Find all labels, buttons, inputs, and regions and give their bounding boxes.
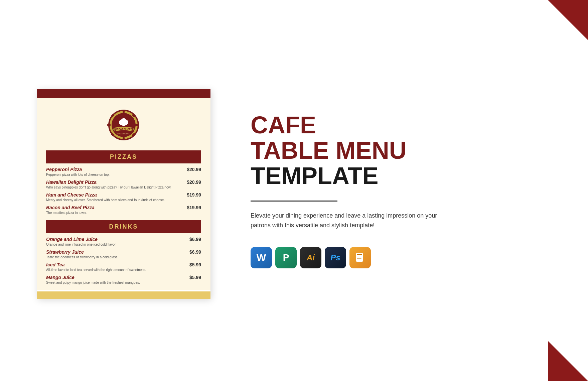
item-info: Iced Tea All-time favorite iced tea serv… <box>46 262 189 272</box>
item-price: $6.99 <box>189 249 201 255</box>
item-desc: Who says pineapples don't go along with … <box>46 185 181 189</box>
list-item: Iced Tea All-time favorite iced tea serv… <box>46 262 201 272</box>
item-info: Orange and Lime Juice Orange and lime in… <box>46 237 189 247</box>
corner-decoration-bottom <box>548 341 588 381</box>
app-icons-row: W P Ai Ps <box>251 247 555 268</box>
title-line2: TABLE MENU <box>251 138 555 163</box>
item-name: Hawaiian Delight Pizza <box>46 179 181 185</box>
item-desc: Sweet and pulpy mango juice made with th… <box>46 280 184 285</box>
list-item: Ham and Cheese Pizza Meaty and cheesy al… <box>46 192 201 202</box>
restaurant-logo: GREAT SLICES PIZZA HOUSE <box>105 108 142 144</box>
svg-rect-19 <box>357 254 362 255</box>
illustrator-letter: Ai <box>307 253 315 262</box>
pages-svg-icon <box>354 252 366 264</box>
menu-card: GREAT SLICES PIZZA HOUSE PIZZAS Pepperon… <box>37 89 210 299</box>
item-price: $19.99 <box>187 205 201 210</box>
item-price: $20.99 <box>187 179 201 185</box>
svg-rect-22 <box>357 258 361 259</box>
section-header-pizzas: PIZZAS <box>46 150 201 163</box>
item-name: Ham and Cheese Pizza <box>46 192 181 198</box>
item-info: Pepperoni Pizza Pepperoni pizza with lot… <box>46 167 187 177</box>
photoshop-letter: Ps <box>330 253 340 262</box>
item-info: Bacon and Beef Pizza The meatiest pizza … <box>46 205 187 215</box>
item-name: Bacon and Beef Pizza <box>46 205 181 210</box>
item-desc: Meaty and cheesy all over. Smothered wit… <box>46 198 181 202</box>
menu-header-bar <box>37 89 210 98</box>
svg-rect-4 <box>107 124 111 126</box>
list-item: Mango Juice Sweet and pulpy mango juice … <box>46 275 201 285</box>
list-item: Bacon and Beef Pizza The meatiest pizza … <box>46 205 201 215</box>
svg-point-13 <box>121 118 126 126</box>
item-info: Hawaiian Delight Pizza Who says pineappl… <box>46 179 187 189</box>
item-price: $5.99 <box>189 275 201 280</box>
item-name: Iced Tea <box>46 262 184 267</box>
item-desc: Pepperoni pizza with lots of cheese on t… <box>46 172 181 177</box>
title-line3: TEMPLATE <box>251 163 555 189</box>
main-title: CAFE TABLE MENU TEMPLATE <box>251 113 555 188</box>
photoshop-icon: Ps <box>325 247 346 268</box>
pages-icon <box>349 247 371 268</box>
list-item: Orange and Lime Juice Orange and lime in… <box>46 237 201 247</box>
menu-footer-bar <box>37 291 210 299</box>
item-price: $6.99 <box>189 237 201 242</box>
svg-rect-2 <box>123 110 125 113</box>
divider-line <box>251 201 337 202</box>
pizzas-list: Pepperoni Pizza Pepperoni pizza with lot… <box>37 163 210 220</box>
title-line1: CAFE <box>251 113 555 138</box>
right-panel: CAFE TABLE MENU TEMPLATE Elevate your di… <box>210 93 588 288</box>
svg-text:PIZZA HOUSE: PIZZA HOUSE <box>117 133 130 135</box>
svg-text:GREAT SLICES: GREAT SLICES <box>115 128 132 130</box>
item-desc: Taste the goodness of strawberry in a co… <box>46 255 184 259</box>
item-desc: The meatiest pizza in town. <box>46 211 181 215</box>
word-icon: W <box>251 247 272 268</box>
corner-decoration-top <box>548 0 588 40</box>
word-letter: W <box>257 252 266 263</box>
list-item: Pepperoni Pizza Pepperoni pizza with lot… <box>46 167 201 177</box>
drinks-list: Orange and Lime Juice Orange and lime in… <box>37 233 210 290</box>
item-desc: All-time favorite iced tea served with t… <box>46 268 184 272</box>
illustrator-icon: Ai <box>300 247 321 268</box>
item-info: Ham and Cheese Pizza Meaty and cheesy al… <box>46 192 187 202</box>
item-info: Mango Juice Sweet and pulpy mango juice … <box>46 275 189 285</box>
item-name: Pepperoni Pizza <box>46 167 181 172</box>
menu-body: GREAT SLICES PIZZA HOUSE PIZZAS Pepperon… <box>37 98 210 290</box>
svg-rect-3 <box>123 137 125 140</box>
svg-rect-21 <box>357 257 361 257</box>
item-desc: Orange and lime infused in one iced cold… <box>46 242 184 247</box>
item-price: $19.99 <box>187 192 201 198</box>
item-info: Strawberry Juice Taste the goodness of s… <box>46 249 189 259</box>
item-price: $20.99 <box>187 167 201 172</box>
item-price: $5.99 <box>189 262 201 267</box>
subtitle-text: Elevate your dining experience and leave… <box>251 211 444 230</box>
publisher-letter: P <box>283 252 289 263</box>
logo-area: GREAT SLICES PIZZA HOUSE <box>37 98 210 150</box>
list-item: Strawberry Juice Taste the goodness of s… <box>46 249 201 259</box>
item-name: Strawberry Juice <box>46 249 184 255</box>
list-item: Hawaiian Delight Pizza Who says pineappl… <box>46 179 201 189</box>
item-name: Mango Juice <box>46 275 184 280</box>
publisher-icon: P <box>275 247 297 268</box>
section-header-drinks: DRINKS <box>46 220 201 233</box>
svg-rect-20 <box>357 256 362 256</box>
item-name: Orange and Lime Juice <box>46 237 184 242</box>
